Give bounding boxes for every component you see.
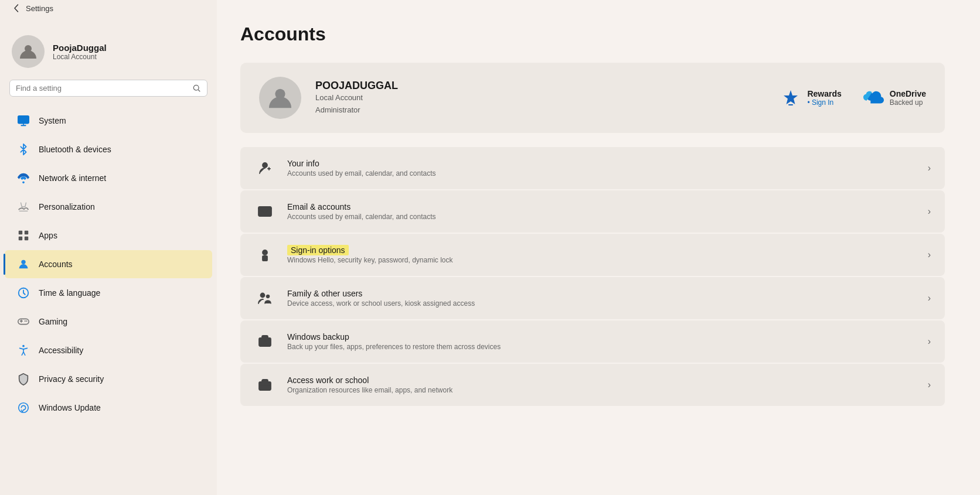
sidebar-item-accessibility[interactable]: Accessibility: [5, 336, 212, 364]
sidebar-item-label-time: Time & language: [39, 288, 100, 298]
signin-text: Sign-in options Windows Hello, security …: [287, 245, 916, 264]
sidebar-item-system[interactable]: System: [5, 107, 212, 135]
your-info-text: Your info Accounts used by email, calend…: [287, 159, 916, 177]
settings-item-email[interactable]: Email & accounts Accounts used by email,…: [240, 190, 945, 233]
backup-text: Windows backup Back up your files, apps,…: [287, 332, 916, 351]
svg-rect-21: [788, 104, 793, 105]
rewards-action[interactable]: Rewards • Sign In: [780, 87, 841, 108]
settings-item-work[interactable]: Access work or school Organization resou…: [240, 364, 945, 406]
svg-point-11: [21, 260, 25, 264]
email-sub: Accounts used by email, calendar, and co…: [287, 213, 916, 221]
accessibility-icon: [16, 343, 30, 357]
onedrive-icon: [863, 87, 884, 108]
sidebar-item-label-bluetooth: Bluetooth & devices: [39, 145, 111, 154]
work-chevron: ›: [928, 380, 931, 390]
settings-list: Your info Accounts used by email, calend…: [240, 147, 945, 406]
svg-point-1: [193, 85, 199, 90]
rewards-label: Rewards: [807, 89, 841, 98]
backup-title: Windows backup: [287, 332, 916, 342]
work-title: Access work or school: [287, 375, 916, 385]
sidebar-user-profile[interactable]: PoojaDuggal Local Account: [0, 19, 217, 80]
backup-chevron: ›: [928, 336, 931, 347]
svg-rect-7: [19, 231, 22, 234]
apps-icon: [16, 228, 30, 243]
sidebar: Settings PoojaDuggal Local Account: [0, 0, 217, 495]
sidebar-item-label-system: System: [39, 116, 66, 125]
your-info-title: Your info: [287, 159, 916, 168]
time-icon: [16, 286, 30, 300]
user-icon: [19, 42, 38, 61]
rewards-text: Rewards • Sign In: [807, 89, 841, 107]
svg-point-18: [22, 345, 25, 347]
family-sub: Device access, work or school users, kio…: [287, 299, 916, 308]
onedrive-label: OneDrive: [890, 89, 926, 98]
sidebar-item-apps[interactable]: Apps: [5, 221, 212, 250]
gaming-icon: [16, 315, 30, 329]
family-chevron: ›: [928, 293, 931, 303]
sidebar-item-update[interactable]: Windows Update: [5, 394, 212, 422]
sidebar-nav: System Bluetooth & devices Network & int…: [0, 106, 217, 422]
sidebar-item-time[interactable]: Time & language: [5, 279, 212, 307]
settings-item-signin[interactable]: Sign-in options Windows Hello, security …: [240, 234, 945, 276]
bluetooth-icon: [16, 142, 30, 156]
signin-chevron: ›: [928, 250, 931, 260]
svg-rect-13: [18, 319, 29, 324]
your-info-chevron: ›: [928, 163, 931, 173]
email-chevron: ›: [928, 206, 931, 217]
privacy-icon: [16, 372, 30, 386]
svg-rect-10: [25, 237, 28, 240]
settings-item-family[interactable]: Family & other users Device access, work…: [240, 277, 945, 319]
onedrive-sub: Backed up: [890, 98, 926, 107]
sidebar-item-label-personalization: Personalization: [39, 202, 95, 211]
profile-card: POOJADUGGAL Local Account Administrator …: [240, 63, 945, 133]
search-input[interactable]: [16, 84, 188, 93]
svg-point-17: [26, 320, 27, 322]
signin-icon: [254, 244, 275, 265]
sidebar-item-network[interactable]: Network & internet: [5, 164, 212, 192]
sidebar-item-label-network: Network & internet: [39, 173, 106, 183]
profile-avatar: [259, 77, 301, 119]
svg-point-19: [19, 403, 29, 413]
profile-name: POOJADUGGAL: [315, 80, 780, 92]
backup-icon: [254, 331, 275, 352]
sidebar-item-label-gaming: Gaming: [39, 317, 67, 326]
sidebar-avatar: [12, 35, 45, 68]
sidebar-item-bluetooth[interactable]: Bluetooth & devices: [5, 135, 212, 163]
sidebar-item-label-accessibility: Accessibility: [39, 346, 83, 355]
onedrive-action[interactable]: OneDrive Backed up: [863, 87, 926, 108]
svg-point-24: [263, 250, 267, 255]
svg-point-16: [25, 320, 26, 322]
sidebar-item-label-apps: Apps: [39, 231, 57, 240]
profile-actions: Rewards • Sign In OneDrive Backed up: [780, 87, 926, 108]
personalization-icon: [16, 200, 30, 214]
back-button[interactable]: Settings: [0, 0, 217, 16]
sidebar-item-gaming[interactable]: Gaming: [5, 308, 212, 336]
svg-rect-3: [18, 116, 29, 124]
sidebar-item-accounts[interactable]: Accounts: [5, 250, 212, 278]
sidebar-item-privacy[interactable]: Privacy & security: [5, 365, 212, 393]
settings-item-backup[interactable]: Windows backup Back up your files, apps,…: [240, 320, 945, 363]
page-title: Accounts: [240, 23, 945, 45]
sidebar-user-info: PoojaDuggal Local Account: [53, 43, 107, 61]
profile-info: POOJADUGGAL Local Account Administrator: [315, 80, 780, 117]
sidebar-item-label-accounts: Accounts: [39, 260, 73, 269]
email-icon: [254, 201, 275, 222]
back-icon: [12, 4, 21, 13]
sidebar-item-label-update: Windows Update: [39, 403, 101, 412]
email-title: Email & accounts: [287, 202, 916, 211]
sidebar-item-personalization[interactable]: Personalization: [5, 193, 212, 221]
family-icon: [254, 288, 275, 309]
svg-rect-9: [19, 237, 22, 240]
rewards-icon: [780, 87, 801, 108]
profile-sub-line1: Local Account: [315, 92, 780, 104]
signin-title: Sign-in options: [287, 245, 916, 255]
onedrive-text: OneDrive Backed up: [890, 89, 926, 107]
your-info-icon: [254, 158, 275, 179]
main-content: Accounts POOJADUGGAL Local Account Admin…: [217, 0, 980, 495]
profile-sub-line2: Administrator: [315, 104, 780, 117]
profile-avatar-icon: [268, 86, 292, 110]
search-box[interactable]: [9, 80, 207, 97]
backup-sub: Back up your files, apps, preferences to…: [287, 343, 916, 351]
settings-item-your-info[interactable]: Your info Accounts used by email, calend…: [240, 147, 945, 189]
svg-point-28: [267, 295, 270, 298]
